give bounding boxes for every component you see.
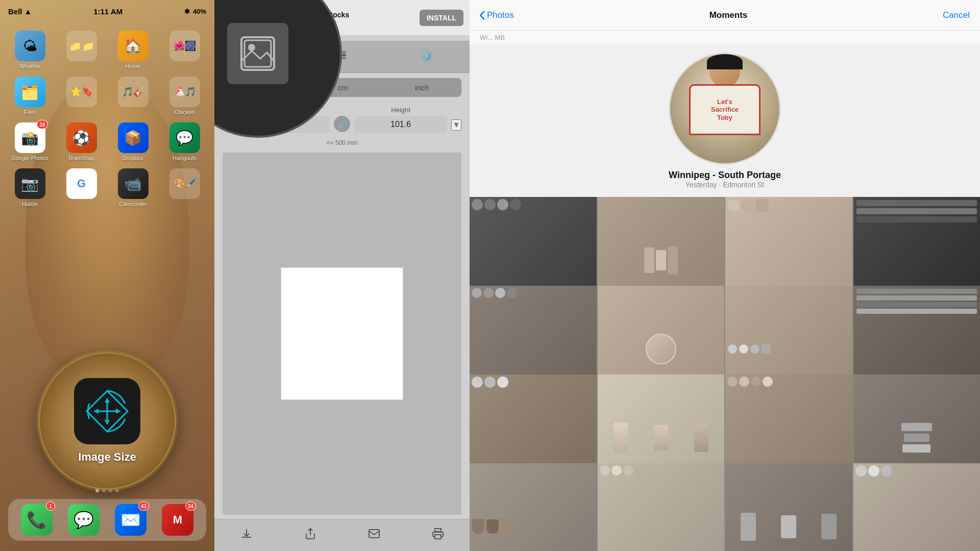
avatar-hair — [707, 54, 743, 69]
dock-mail-icon: ✉️ — [120, 510, 141, 530]
dock: 📞 1 💬 ✉️ 43 M 34 — [8, 499, 206, 541]
shirt-image: Let's Sacrifice Toby — [670, 54, 779, 163]
dot-4 — [115, 489, 119, 492]
teamsnap-label: TeamSnap — [68, 155, 95, 161]
app-dropbox[interactable]: 📦 Dropbox — [109, 122, 157, 161]
hangouts-icon: 💬 — [176, 130, 193, 146]
app-hangouts[interactable]: 💬 Hangouts — [161, 122, 208, 161]
app-folder3[interactable]: ⭐🔖 — [58, 77, 105, 115]
thumb-content-13 — [470, 463, 597, 551]
dock-phone-badge: 1 — [46, 502, 55, 511]
dock-messages[interactable]: 💬 — [68, 504, 100, 536]
app-home[interactable]: 🏠 Home — [109, 31, 157, 69]
svg-point-9 — [248, 44, 255, 51]
photo-grid: ♥ ♥ — [470, 197, 980, 551]
google-icon: G — [77, 177, 86, 190]
dock-gmail-badge: 34 — [185, 502, 196, 511]
google-photos-badge: 16 — [37, 120, 47, 129]
bottom-toolbar — [214, 519, 470, 551]
avatar-shirt: Let's Sacrifice Toby — [689, 84, 761, 135]
app-folder2[interactable]: 🌺🎆 — [161, 31, 208, 69]
dock-phone[interactable]: 📞 1 — [21, 504, 53, 536]
google-photos-label: Google Photos — [11, 155, 48, 161]
svg-rect-7 — [241, 37, 274, 70]
svg-marker-5 — [93, 409, 99, 414]
halide-icon: 📷 — [21, 176, 39, 192]
image-size-label: Image Size — [78, 450, 136, 464]
install-button[interactable]: INSTALL — [420, 10, 463, 26]
moments-title: Moments — [709, 10, 748, 20]
preview-area — [223, 153, 461, 515]
share-button[interactable] — [304, 528, 316, 543]
photo-thumb-15[interactable] — [725, 463, 852, 551]
imagesize-circle-inner — [227, 23, 288, 84]
svg-marker-4 — [105, 420, 110, 425]
svg-marker-6 — [116, 409, 121, 414]
link-icon[interactable]: 🔗 — [334, 116, 350, 132]
app-folder1[interactable]: 📁📁 — [58, 31, 105, 69]
app-teamsnap[interactable]: ⚽ TeamSnap — [58, 122, 105, 161]
photo-frame-icon — [237, 33, 278, 74]
thumb-content-14 — [598, 463, 725, 551]
bluetooth-icon: ✱ — [184, 8, 190, 15]
print-button[interactable] — [432, 528, 444, 543]
app-weather[interactable]: 🌤 Weather — [6, 31, 54, 69]
svg-point-14 — [343, 54, 345, 56]
mail-icon — [368, 528, 380, 540]
photo-thumb-13[interactable] — [470, 463, 597, 551]
status-left: Bell ▲ — [8, 7, 32, 16]
svg-marker-3 — [105, 397, 110, 403]
home-icon: 🏠 — [124, 38, 142, 55]
top-hint-label: Wi... MB — [480, 34, 505, 41]
dropbox-icon: 📦 — [124, 130, 142, 146]
dock-gmail[interactable]: M 34 — [162, 504, 193, 536]
app-chicken[interactable]: 🐔🎵 Chicken — [161, 77, 208, 115]
app-files[interactable]: 🗂️ Files — [6, 77, 54, 115]
mail-button[interactable] — [368, 528, 380, 543]
photos-back-button[interactable]: Photos — [480, 10, 514, 20]
moment-title: Winnipeg - South Portage — [669, 170, 781, 181]
width-down-arrow[interactable]: ▼ — [451, 119, 461, 131]
dock-mail-badge: 43 — [138, 502, 149, 511]
photos-header: Photos Moments Cancel — [470, 0, 980, 31]
app-google[interactable]: G — [58, 168, 105, 207]
moment-avatar[interactable]: Let's Sacrifice Toby — [669, 53, 781, 165]
hangouts-label: Hangouts — [173, 155, 197, 161]
dock-messages-icon: 💬 — [74, 510, 94, 530]
weather-label: Weather — [19, 63, 40, 69]
top-hint-text: Wi... MB — [470, 31, 980, 44]
folder2-icon: 🌺🎆 — [174, 40, 196, 52]
cancel-button[interactable]: Cancel — [943, 10, 970, 20]
moment-section: Let's Sacrifice Toby Winnipeg - South Po… — [470, 44, 980, 197]
thumb-content-15 — [725, 463, 852, 551]
folder1-icon: 📁📁 — [69, 40, 94, 52]
photo-thumb-16[interactable] — [853, 463, 981, 551]
app-grid: 🌤 Weather 📁📁 🏠 Home 🌺🎆 🗂️ — [6, 31, 208, 207]
home-label: Home — [126, 63, 140, 69]
unit-inch-button[interactable]: inch — [382, 78, 461, 97]
download-button[interactable] — [240, 528, 253, 543]
thumb-content-16 — [853, 463, 981, 551]
height-input[interactable] — [354, 116, 447, 133]
dock-mail[interactable]: ✉️ 43 — [115, 504, 146, 536]
svg-rect-17 — [369, 530, 379, 538]
photo-thumb-14[interactable] — [598, 463, 725, 551]
dock-phone-icon: 📞 — [27, 510, 47, 530]
moment-subtitle: Yesterday · Edmonton St — [685, 181, 764, 189]
app-folder4[interactable]: 🎵🎸 — [109, 77, 157, 115]
app-camcorder[interactable]: 📹 Camcorder — [109, 168, 157, 207]
app-folder6[interactable]: 🎨🖌️ — [161, 168, 208, 207]
settings-button[interactable]: ⚙️ — [414, 47, 440, 66]
phone-panel: Bell ▲ 1:11 AM ✱ 40% 🌤 Weather 📁📁 🏠 — [0, 0, 214, 551]
app-halide[interactable]: 📷 Halide — [6, 168, 54, 207]
app-google-photos[interactable]: 📸 16 Google Photos — [6, 122, 54, 161]
dock-gmail-icon: M — [173, 513, 182, 527]
carrier-label: Bell — [8, 7, 22, 16]
google-photos-icon: 📸 — [21, 130, 39, 146]
download-icon — [240, 528, 253, 540]
svg-rect-18 — [435, 529, 441, 532]
back-chevron-icon — [480, 11, 485, 20]
image-size-circle-overlay[interactable]: Image Size — [38, 352, 176, 490]
halide-label: Halide — [22, 201, 38, 207]
weather-icon: 🌤 — [23, 38, 37, 55]
